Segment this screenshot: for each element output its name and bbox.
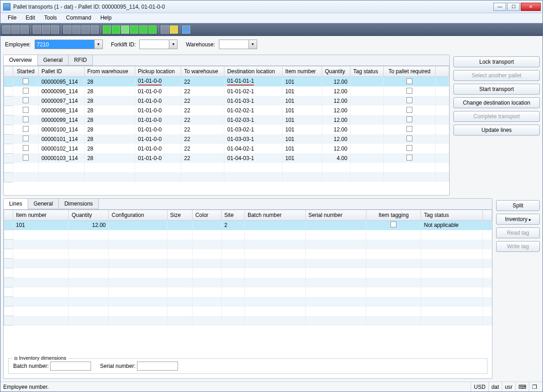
table-row[interactable]: 10112.002Not applicable	[4, 221, 492, 230]
batch-number-input[interactable]	[50, 362, 91, 371]
col-site[interactable]: Site	[221, 210, 244, 221]
table-row[interactable]: 00000098_1142801-01-0-02201-02-02-110112…	[4, 106, 449, 115]
alert-icon[interactable]	[170, 25, 178, 34]
close-button[interactable]: ✕	[521, 3, 541, 11]
maximize-button[interactable]: ☐	[507, 3, 520, 11]
minimize-button[interactable]: —	[493, 3, 506, 11]
col-color[interactable]: Color	[193, 210, 221, 221]
menu-help[interactable]: Help	[96, 13, 116, 23]
checkbox-icon[interactable]	[23, 145, 29, 151]
forklift-input[interactable]	[140, 40, 169, 49]
col-serial-number[interactable]: Serial number	[305, 210, 366, 221]
employee-combo[interactable]: ▼	[35, 40, 103, 49]
document-icon[interactable]	[161, 25, 169, 34]
col-tag-status[interactable]: Tag status	[421, 210, 483, 221]
warehouse-input[interactable]	[219, 40, 249, 49]
table-row[interactable]: 00000099_1142801-01-0-02201-02-03-110112…	[4, 115, 449, 125]
col-pickup-location[interactable]: Pickup location	[135, 66, 181, 77]
table-row[interactable]: 00000100_1142801-01-0-02201-03-02-110112…	[4, 125, 449, 134]
save-icon[interactable]	[11, 25, 20, 34]
table-row[interactable]: 00000102_1142801-01-0-02201-04-02-110112…	[4, 144, 449, 153]
col-from-warehouse[interactable]: From warehouse	[84, 66, 135, 77]
last-record-icon[interactable]	[148, 25, 157, 34]
write-tag-button[interactable]: Write tag	[496, 241, 540, 252]
col-item-number[interactable]: Item number	[282, 66, 322, 77]
next-page-icon[interactable]	[139, 25, 147, 34]
change-destination-button[interactable]: Change destination location	[453, 97, 540, 108]
col-size[interactable]: Size	[167, 210, 192, 221]
tab-lines-general[interactable]: General	[28, 199, 59, 209]
status-monitor-icon[interactable]: ⌨	[515, 382, 529, 392]
read-tag-button[interactable]: Read tag	[496, 227, 540, 238]
lock-transport-button[interactable]: Lock transport	[453, 56, 540, 67]
checkbox-icon[interactable]	[23, 155, 29, 161]
inventory-dimensions-legend[interactable]: Inventory dimensions	[12, 355, 68, 361]
table-row[interactable]: 00000096_1142801-01-0-02201-01-02-110112…	[4, 86, 449, 96]
col-pallet-id[interactable]: Pallet ID	[38, 66, 84, 77]
split-button[interactable]: Split	[496, 200, 540, 211]
export-excel-icon[interactable]	[51, 25, 59, 34]
tab-general[interactable]: General	[38, 55, 69, 65]
table-row[interactable]: 00000095_1142801-01-0-02201-01-01-110112…	[4, 77, 449, 87]
chevron-down-icon[interactable]: ▼	[94, 40, 102, 49]
menu-command[interactable]: Command	[61, 13, 96, 23]
checkbox-icon[interactable]	[23, 78, 29, 84]
col-batch-number[interactable]: Batch number	[244, 210, 305, 221]
checkbox-icon[interactable]	[23, 97, 29, 103]
checkbox-icon[interactable]	[406, 107, 412, 113]
tab-dimensions[interactable]: Dimensions	[59, 199, 99, 209]
titlebar[interactable]: Pallet transports (1 - dat) - Pallet ID:…	[0, 0, 543, 13]
chevron-down-icon[interactable]: ▼	[249, 40, 257, 49]
checkbox-icon[interactable]	[406, 136, 412, 141]
select-another-pallet-button[interactable]: Select another pallet	[453, 70, 540, 81]
checkbox-icon[interactable]	[406, 145, 412, 151]
checkbox-icon[interactable]	[406, 78, 412, 84]
col-to-pallet-required[interactable]: To pallet required	[384, 66, 436, 77]
checkbox-icon[interactable]	[406, 126, 412, 132]
filter-icon[interactable]	[91, 25, 99, 34]
col-item-tagging[interactable]: Item tagging	[366, 210, 421, 221]
print-icon[interactable]	[33, 25, 41, 34]
col-destination-location[interactable]: Destination location	[224, 66, 282, 77]
checkbox-icon[interactable]	[23, 88, 29, 94]
prev-record-icon[interactable]	[121, 25, 129, 34]
tab-overview[interactable]: Overview	[4, 55, 38, 65]
col-item-number[interactable]: Item number	[13, 210, 69, 221]
upper-grid[interactable]: Started Pallet ID From warehouse Pickup …	[4, 66, 449, 195]
first-record-icon[interactable]	[103, 25, 111, 34]
checkbox-icon[interactable]	[406, 155, 412, 161]
start-transport-button[interactable]: Start transport	[453, 84, 540, 95]
serial-number-input[interactable]	[137, 362, 178, 371]
inventory-button[interactable]: Inventory	[496, 214, 540, 225]
filter-by-grid-icon[interactable]	[63, 25, 71, 34]
checkbox-icon[interactable]	[23, 126, 29, 132]
employee-input[interactable]	[35, 40, 94, 49]
table-row[interactable]: 00000101_1142801-01-0-02201-03-03-110112…	[4, 134, 449, 144]
checkbox-icon[interactable]	[23, 116, 29, 122]
row-selector-header[interactable]	[4, 66, 13, 77]
menu-edit[interactable]: Edit	[21, 13, 40, 23]
checkbox-icon[interactable]	[23, 136, 29, 141]
menu-file[interactable]: File	[3, 13, 21, 23]
warehouse-combo[interactable]: ▼	[219, 40, 257, 49]
checkbox-icon[interactable]	[391, 221, 396, 227]
checkbox-icon[interactable]	[406, 88, 412, 94]
filter-by-selection-icon[interactable]	[72, 25, 81, 34]
col-quantity[interactable]: Quantity	[69, 210, 109, 221]
help-icon[interactable]	[182, 25, 190, 34]
status-help-icon[interactable]: ❐	[529, 382, 540, 392]
row-selector-header[interactable]	[4, 210, 13, 221]
new-icon[interactable]	[2, 25, 10, 34]
complete-transport-button[interactable]: Complete transport	[453, 111, 540, 122]
tab-lines[interactable]: Lines	[4, 199, 28, 209]
prev-page-icon[interactable]	[112, 25, 120, 34]
chevron-down-icon[interactable]: ▼	[169, 40, 177, 49]
forklift-combo[interactable]: ▼	[139, 40, 178, 49]
checkbox-icon[interactable]	[23, 107, 29, 113]
table-row[interactable]: 00000103_1142801-01-0-02201-04-03-11014.…	[4, 153, 449, 163]
delete-icon[interactable]	[20, 25, 29, 34]
lower-grid[interactable]: Item number Quantity Configuration Size …	[4, 210, 492, 352]
next-record-icon[interactable]	[130, 25, 138, 34]
tab-rfid[interactable]: RFID	[69, 55, 93, 65]
checkbox-icon[interactable]	[406, 97, 412, 103]
